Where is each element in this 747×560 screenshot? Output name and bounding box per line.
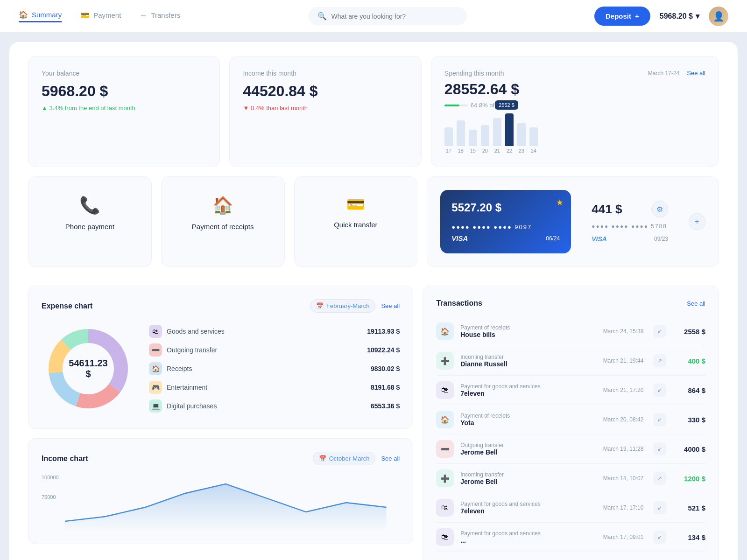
income-y-100k: 100000 bbox=[42, 475, 59, 480]
dropdown-icon[interactable]: ▾ bbox=[696, 12, 699, 21]
search-icon: 🔍 bbox=[317, 12, 327, 21]
tx-amount: 521 $ bbox=[673, 504, 705, 512]
bar-label: 18 bbox=[458, 148, 464, 154]
home-icon: 🏠 bbox=[19, 10, 28, 19]
income-chart-card: Income chart 📅 October-March See all 100… bbox=[28, 438, 413, 544]
transaction-item[interactable]: 🛍 Payment for goods and services 7eleven… bbox=[436, 376, 705, 405]
calendar-icon-income: 📅 bbox=[319, 455, 326, 462]
tx-name: ... bbox=[460, 537, 593, 544]
transaction-item[interactable]: 🏠 Payment of receipts Yota March 20, 08:… bbox=[436, 405, 705, 434]
bar-item bbox=[481, 125, 489, 146]
transaction-item[interactable]: 🛍 Payment for goods and services ... Mar… bbox=[436, 523, 705, 552]
donut-area: 54611.23 $ 🛍 Goods and services 19113.93… bbox=[42, 322, 400, 415]
legend-value: 6553.36 $ bbox=[371, 402, 400, 410]
primary-card-amount: 5527.20 $ bbox=[451, 201, 560, 214]
income-sub-text: 0.4% than last month bbox=[251, 105, 308, 112]
tx-type: Payment of receipts bbox=[460, 413, 593, 419]
tx-name: Dianne Russell bbox=[460, 360, 593, 368]
sidebar-item-summary[interactable]: 🏠 Summary bbox=[19, 10, 62, 22]
income-chart-header: Income chart 📅 October-March See all bbox=[42, 452, 400, 465]
tx-icon: 🛍 bbox=[436, 528, 454, 546]
nav-label-summary: Summary bbox=[32, 11, 62, 19]
gear-button[interactable]: ⚙ bbox=[651, 201, 668, 217]
search-input[interactable] bbox=[331, 13, 458, 20]
legend-name: Goods and services bbox=[167, 328, 225, 335]
bar-item bbox=[529, 127, 538, 146]
income-date-label: October-March bbox=[329, 455, 370, 462]
tx-info: Outgoing transfer Jerome Bell bbox=[460, 442, 593, 456]
tx-type: Payment for goods and services bbox=[460, 530, 593, 537]
bar-item bbox=[493, 118, 501, 146]
transaction-item[interactable]: ➕ Incoming transfer Dianne Russell March… bbox=[436, 346, 705, 376]
expense-chart-card: Expense chart 📅 February-March See all bbox=[28, 286, 413, 429]
bar-col: 24 bbox=[529, 127, 538, 154]
transaction-item[interactable]: ➖ Outgoing transfer Jerome Bell March 19… bbox=[436, 434, 705, 464]
sidebar-item-transfers[interactable]: ↔ Transfers bbox=[140, 11, 180, 21]
spending-date: March 17-24 bbox=[648, 70, 679, 77]
tx-arrow-icon: ↙ bbox=[653, 442, 666, 455]
secondary-card[interactable]: 441 $ ⚙ ●●●● ●●●● ●●●● 5788 VISA 09/23 bbox=[580, 195, 679, 248]
tx-icon: ➕ bbox=[436, 352, 454, 370]
legend-name: Digital purchases bbox=[167, 402, 217, 410]
legend-name: Receipts bbox=[167, 365, 192, 372]
cards-actions: + bbox=[689, 213, 705, 230]
spending-see-all[interactable]: See all bbox=[687, 70, 705, 77]
legend-item: 🛍 Goods and services 19113.93 $ bbox=[149, 325, 400, 338]
tx-name: 7eleven bbox=[460, 390, 593, 397]
action-quick-transfer[interactable]: 💳 Quick transfer bbox=[294, 176, 418, 267]
income-see-all[interactable]: See all bbox=[381, 455, 400, 462]
transactions-card: Transactions See all 🏠 Payment of receip… bbox=[423, 286, 719, 560]
legend-left: ➖ Outgoing transfer bbox=[149, 343, 217, 357]
transaction-item[interactable]: 🏠 Payment of receipts House bills March … bbox=[436, 317, 705, 346]
star-icon: ★ bbox=[556, 197, 564, 208]
tx-info: Payment for goods and services 7eleven bbox=[460, 383, 593, 397]
income-date-button[interactable]: 📅 October-March bbox=[313, 452, 376, 465]
tx-icon: ➕ bbox=[436, 469, 454, 487]
primary-card[interactable]: ★ 5527.20 $ ●●●● ●●●● ●●●● 9097 VISA 06/… bbox=[440, 190, 571, 253]
donut-total: 54611.23 $ bbox=[65, 358, 112, 379]
legend-dot: ➖ bbox=[149, 343, 162, 357]
sidebar-item-payment[interactable]: 💳 Payment bbox=[80, 11, 121, 21]
legend-dot: 💻 bbox=[149, 399, 162, 413]
tx-date: March 17, 17:10 bbox=[600, 504, 647, 511]
bank-cards-section: ★ 5527.20 $ ●●●● ●●●● ●●●● 9097 VISA 06/… bbox=[427, 176, 719, 267]
tx-icon: 🛍 bbox=[436, 381, 454, 399]
tx-date: March 19, 11:28 bbox=[600, 446, 647, 452]
transaction-item[interactable]: ➕ Incoming transfer Jerome Bell March 18… bbox=[436, 464, 705, 493]
deposit-button[interactable]: Deposit + bbox=[594, 7, 650, 26]
avatar[interactable]: 👤 bbox=[709, 7, 728, 26]
payment-icon: 💳 bbox=[80, 11, 90, 20]
tx-arrow-icon: ↙ bbox=[653, 384, 666, 397]
transactions-see-all[interactable]: See all bbox=[687, 300, 705, 307]
tx-amount: 1200 $ bbox=[673, 475, 705, 483]
nav-label-transfers: Transfers bbox=[151, 11, 180, 19]
tx-info: Payment for goods and services 7eleven bbox=[460, 501, 593, 515]
balance-display: 5968.20 $ ▾ bbox=[660, 12, 699, 21]
income-card-trend: ▼ 0.4% than last month bbox=[243, 105, 408, 112]
spending-value: 28552.64 $ bbox=[444, 81, 705, 98]
income-card-label: Income this month bbox=[243, 70, 408, 77]
tx-name: 7eleven bbox=[460, 507, 593, 515]
action-phone-payment[interactable]: 📞 Phone payment bbox=[28, 176, 152, 267]
income-chart-title: Income chart bbox=[42, 455, 88, 463]
tx-arrow-icon: ↗ bbox=[653, 354, 666, 367]
legend-list: 🛍 Goods and services 19113.93 $ ➖ Outgoi… bbox=[149, 325, 400, 413]
add-card-button[interactable]: + bbox=[689, 213, 705, 230]
expense-date-button[interactable]: 📅 February-March bbox=[310, 299, 375, 313]
transaction-item[interactable]: 🛍 Payment for goods and services 7eleven… bbox=[436, 493, 705, 523]
tx-name: Yota bbox=[460, 419, 593, 427]
donut-center: 54611.23 $ bbox=[65, 358, 112, 379]
bar-label: 17 bbox=[446, 148, 451, 154]
bar-col: 21 bbox=[493, 118, 501, 154]
topbar-right: Deposit + 5968.20 $ ▾ 👤 bbox=[594, 7, 728, 26]
bar-col: 23 bbox=[517, 123, 526, 154]
expense-see-all[interactable]: See all bbox=[381, 302, 400, 309]
search-bar[interactable]: 🔍 bbox=[308, 7, 467, 25]
tx-arrow-icon: ↗ bbox=[653, 472, 666, 485]
tx-name: House bills bbox=[460, 331, 593, 338]
balance-card-value: 5968.20 $ bbox=[42, 83, 206, 100]
deposit-label: Deposit bbox=[606, 12, 631, 20]
action-payment-receipts[interactable]: 🏠 Payment of receipts bbox=[161, 176, 285, 267]
main-content: Your balance 5968.20 $ ▲ 3.4% from the e… bbox=[9, 42, 738, 560]
down-arrow-icon: ▼ bbox=[243, 105, 249, 112]
